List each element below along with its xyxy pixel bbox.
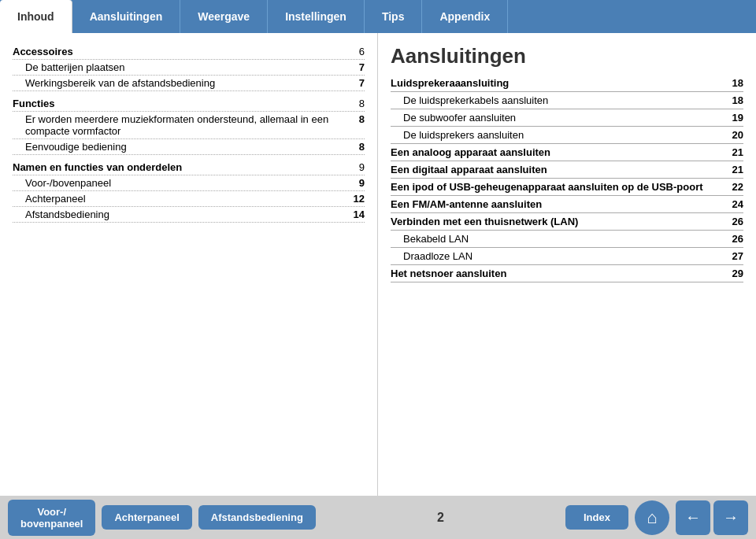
- toc-eenvoudige-page: 8: [359, 141, 365, 153]
- right-toc-ipod: Een ipod of USB-geheugenapparaat aanslui…: [391, 179, 743, 196]
- toc-batterijen-page: 7: [359, 61, 365, 73]
- bekabeld-label: Bekabeld LAN: [403, 233, 732, 245]
- toc-accessoires-label: Accessoires: [13, 46, 73, 57]
- right-toc-digitaal: Een digitaal apparaat aansluiten 21: [391, 161, 743, 179]
- bottom-nav-right: Index ⌂ ← →: [565, 500, 748, 535]
- toc-muziekformaten-page: 8: [359, 113, 365, 125]
- toc-werkingsbereik-label: Werkingsbereik van de afstandsbediening: [25, 77, 359, 89]
- toc-achter-page: 12: [354, 193, 365, 205]
- right-panel-title: Aansluitingen: [391, 44, 743, 68]
- ipod-label: Een ipod of USB-geheugenapparaat aanslui…: [391, 181, 732, 193]
- right-toc-antenne: Een FM/AM-antenne aansluiten 24: [391, 196, 743, 213]
- right-toc-analoog: Een analoog apparaat aansluiten 21: [391, 144, 743, 161]
- right-toc-kabels: De luidsprekerkabels aansluiten 18: [391, 92, 743, 109]
- antenne-label: Een FM/AM-antenne aansluiten: [391, 198, 732, 210]
- tab-inhoud[interactable]: Inhoud: [0, 0, 72, 33]
- bekabeld-page: 26: [732, 233, 743, 245]
- luidspreker-label: Luidsprekeraaansluiting: [391, 77, 732, 89]
- toc-muziekformaten-label: Er worden meerdere muziekformaten onders…: [25, 113, 359, 137]
- subwoofer-label: De subwoofer aansluiten: [403, 112, 732, 124]
- achterpaneel-button[interactable]: Achterpaneel: [102, 505, 191, 530]
- voor-bovenpaneel-button[interactable]: Voor-/ bovenpaneel: [8, 500, 95, 536]
- afstandsbediening-button[interactable]: Afstandsbediening: [198, 505, 316, 530]
- tab-instellingen[interactable]: Instellingen: [268, 0, 365, 33]
- subwoofer-page: 19: [732, 112, 743, 124]
- right-toc-netsnoer: Het netsnoer aansluiten 29: [391, 265, 743, 282]
- toc-item-eenvoudige: Eenvoudige bediening 8: [13, 139, 365, 155]
- thuisnetwerk-label: Verbinden met een thuisnetwerk (LAN): [391, 216, 732, 227]
- toc-functies-page: 8: [359, 98, 365, 109]
- netsnoer-label: Het netsnoer aansluiten: [391, 268, 732, 279]
- nav-arrows: ← →: [676, 500, 748, 535]
- toc-achter-label: Achterpaneel: [25, 193, 354, 205]
- toc-item-batterijen: De batterijen plaatsen 7: [13, 60, 365, 76]
- left-toc-panel: Accessoires 6 De batterijen plaatsen 7 W…: [0, 33, 378, 496]
- toc-item-muziekformaten: Er worden meerdere muziekformaten onders…: [13, 112, 365, 139]
- tab-appendix[interactable]: Appendix: [422, 0, 508, 33]
- toc-afstandsbediening-page: 14: [354, 209, 365, 220]
- netsnoer-page: 29: [732, 268, 743, 279]
- toc-section-functies: Functies 8: [13, 96, 365, 112]
- toc-werkingsbereik-page: 7: [359, 77, 365, 89]
- luidsprekers-label: De luidsprekers aansluiten: [403, 129, 732, 141]
- prev-button[interactable]: ←: [676, 500, 710, 535]
- right-toc-subwoofer: De subwoofer aansluiten 19: [391, 109, 743, 127]
- draadloze-page: 27: [732, 250, 743, 262]
- toc-batterijen-label: De batterijen plaatsen: [25, 61, 359, 73]
- right-toc-luidsprekers: De luidsprekers aansluiten 20: [391, 127, 743, 144]
- digitaal-page: 21: [732, 164, 743, 175]
- thuisnetwerk-page: 26: [732, 216, 743, 227]
- tab-tips[interactable]: Tips: [365, 0, 423, 33]
- antenne-page: 24: [732, 198, 743, 210]
- bottom-nav-left: Voor-/ bovenpaneel Achterpaneel Afstands…: [8, 500, 316, 536]
- analoog-page: 21: [732, 146, 743, 158]
- home-icon: ⌂: [647, 508, 657, 528]
- tab-aansluitingen[interactable]: Aansluitingen: [72, 0, 181, 33]
- right-toc-draadloze: Draadloze LAN 27: [391, 248, 743, 265]
- toc-section-accessoires: Accessoires 6: [13, 44, 365, 60]
- luidspreker-page: 18: [732, 77, 743, 89]
- toc-accessoires-page: 6: [359, 46, 365, 57]
- arrow-right-icon: →: [723, 508, 739, 526]
- arrow-left-icon: ←: [685, 508, 701, 526]
- toc-eenvoudige-label: Eenvoudige bediening: [25, 141, 359, 153]
- toc-item-achter: Achterpaneel 12: [13, 191, 365, 207]
- analoog-label: Een analoog apparaat aansluiten: [391, 146, 732, 158]
- toc-afstandsbediening-label: Afstandsbediening: [25, 209, 354, 220]
- right-toc-thuisnetwerk: Verbinden met een thuisnetwerk (LAN) 26: [391, 213, 743, 231]
- toc-voor-label: Voor-/bovenpaneel: [25, 177, 359, 189]
- toc-namen-page: 9: [359, 161, 365, 173]
- top-navigation: Inhoud Aansluitingen Weergave Instelling…: [0, 0, 756, 33]
- home-button[interactable]: ⌂: [635, 500, 669, 535]
- toc-section-namen: Namen en functies van onderdelen 9: [13, 160, 365, 175]
- toc-item-afstandsbediening: Afstandsbediening 14: [13, 207, 365, 223]
- luidsprekers-page: 20: [732, 129, 743, 141]
- toc-namen-label: Namen en functies van onderdelen: [13, 161, 182, 173]
- toc-item-werkingsbereik: Werkingsbereik van de afstandsbediening …: [13, 76, 365, 91]
- ipod-page: 22: [732, 181, 743, 193]
- index-button[interactable]: Index: [565, 505, 628, 530]
- tab-weergave[interactable]: Weergave: [180, 0, 268, 33]
- toc-functies-label: Functies: [13, 98, 54, 109]
- right-toc-bekabeld: Bekabeld LAN 26: [391, 231, 743, 248]
- draadloze-label: Draadloze LAN: [403, 250, 732, 262]
- toc-item-voor: Voor-/bovenpaneel 9: [13, 175, 365, 191]
- right-toc-panel: Aansluitingen Luidsprekeraaansluiting 18…: [378, 33, 756, 496]
- page-number: 2: [437, 511, 444, 525]
- toc-voor-page: 9: [359, 177, 365, 189]
- right-toc-luidspreker: Luidsprekeraaansluiting 18: [391, 75, 743, 92]
- next-button[interactable]: →: [713, 500, 748, 535]
- main-content: Accessoires 6 De batterijen plaatsen 7 W…: [0, 33, 756, 496]
- digitaal-label: Een digitaal apparaat aansluiten: [391, 164, 732, 175]
- kabels-label: De luidsprekerkabels aansluiten: [403, 94, 732, 106]
- kabels-page: 18: [732, 94, 743, 106]
- bottom-navigation: Voor-/ bovenpaneel Achterpaneel Afstands…: [0, 496, 756, 539]
